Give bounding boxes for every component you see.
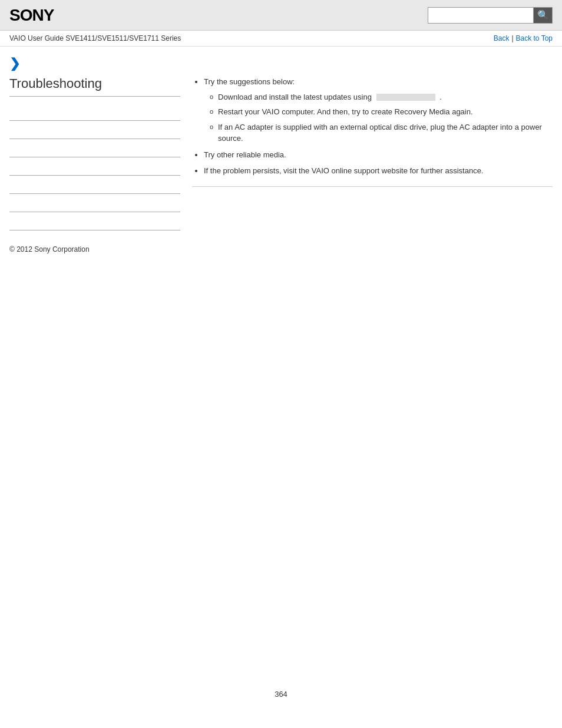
list-item: Restart your VAIO computer. And then, tr… (210, 106, 553, 118)
list-item (9, 121, 180, 139)
sidebar-link-7[interactable] (9, 217, 180, 225)
sidebar-link-2[interactable] (9, 126, 180, 134)
sidebar-title: Troubleshooting (9, 76, 180, 97)
guide-title: VAIO User Guide SVE1411/SVE1511/SVE1711 … (9, 34, 181, 42)
sidebar: Troubleshooting (9, 76, 180, 230)
list-item: Try the suggestions below: Download and … (204, 76, 553, 144)
bullet-intro: Try the suggestions below: (204, 77, 295, 86)
search-input[interactable] (428, 7, 534, 24)
list-item (9, 212, 180, 230)
list-item: Download and install the latest updates … (210, 91, 553, 103)
sub-item-2-text: Restart your VAIO computer. And then, tr… (218, 107, 473, 116)
nav-bar: VAIO User Guide SVE1411/SVE1511/SVE1711 … (0, 31, 562, 47)
sub-item-1-period: . (439, 93, 442, 101)
sidebar-link-1[interactable] (9, 107, 180, 116)
list-item (9, 103, 180, 121)
update-link-placeholder[interactable] (376, 94, 435, 101)
bullet-2-text: Try other reliable media. (204, 150, 286, 159)
page-number: 364 (263, 678, 299, 710)
sidebar-links (9, 103, 180, 230)
list-item (9, 176, 180, 194)
footer: © 2012 Sony Corporation (0, 230, 562, 263)
list-item: If an AC adapter is supplied with an ext… (210, 121, 553, 144)
copyright: © 2012 Sony Corporation (9, 245, 90, 253)
breadcrumb-area: ❯ (0, 47, 562, 76)
back-to-top-link[interactable]: Back to Top (516, 34, 553, 42)
sub-item-1-text: Download and install the latest updates … (218, 93, 372, 101)
breadcrumb-arrow[interactable]: ❯ (9, 56, 20, 71)
list-item: Try other reliable media. (204, 149, 553, 161)
content-area: Try the suggestions below: Download and … (192, 76, 553, 230)
main-bullet-list: Try the suggestions below: Download and … (204, 76, 553, 177)
sidebar-link-4[interactable] (9, 162, 180, 170)
sub-bullet-list: Download and install the latest updates … (210, 91, 553, 144)
list-item (9, 157, 180, 176)
sub-item-3-text: If an AC adapter is supplied with an ext… (218, 123, 542, 143)
nav-separator: | (511, 34, 513, 42)
sidebar-link-3[interactable] (9, 144, 180, 152)
back-link[interactable]: Back (494, 34, 510, 42)
search-icon: 🔍 (537, 9, 549, 21)
header: SONY 🔍 (0, 0, 562, 31)
main-content: Troubleshooting (0, 76, 562, 230)
list-item: If the problem persists, visit the VAIO … (204, 165, 553, 177)
search-button[interactable]: 🔍 (534, 7, 553, 24)
sidebar-link-6[interactable] (9, 199, 180, 207)
list-item (9, 194, 180, 212)
bullet-3-text: If the problem persists, visit the VAIO … (204, 166, 483, 175)
search-area: 🔍 (428, 7, 553, 24)
list-item (9, 139, 180, 157)
content-divider (192, 186, 553, 187)
sony-logo: SONY (9, 6, 54, 25)
nav-links: Back | Back to Top (494, 34, 553, 42)
sidebar-link-5[interactable] (9, 180, 180, 189)
